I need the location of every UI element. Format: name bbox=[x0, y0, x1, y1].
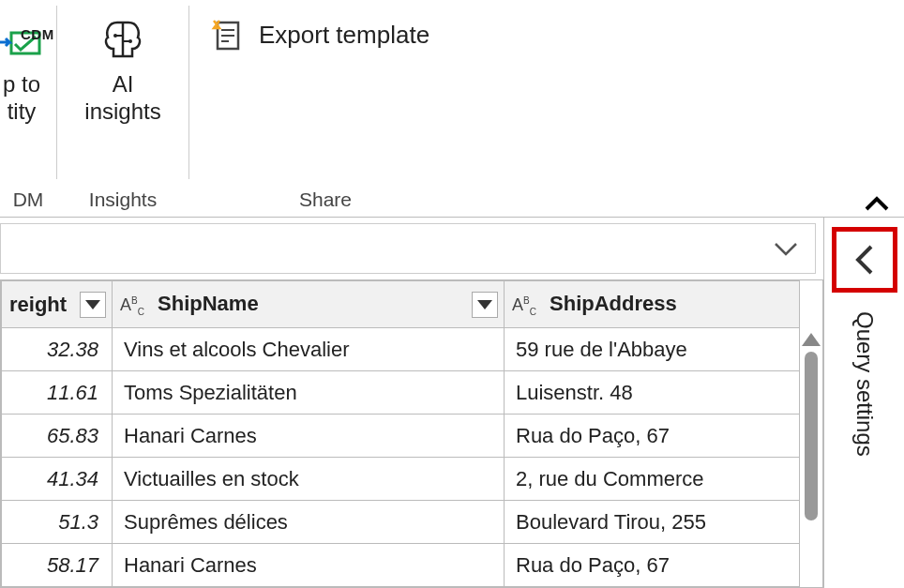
cell-shipaddress[interactable]: Rua do Paço, 67 bbox=[505, 544, 800, 587]
caret-down-icon bbox=[85, 300, 100, 309]
column-filter-button[interactable] bbox=[472, 292, 498, 318]
column-header-freight[interactable]: reight bbox=[2, 281, 113, 328]
table-row[interactable]: 11.61 Toms Spezialitäten Luisenstr. 48 bbox=[2, 371, 800, 415]
cell-shipaddress[interactable]: Rua do Paço, 67 bbox=[505, 415, 800, 458]
svg-marker-11 bbox=[477, 300, 492, 309]
ai-insights-label-2: insights bbox=[84, 98, 160, 126]
column-header-shipname[interactable]: ABC ShipName bbox=[113, 281, 505, 328]
map-to-entity-label-2: tity bbox=[8, 98, 37, 126]
cell-shipname[interactable]: Hanari Carnes bbox=[113, 415, 505, 458]
column-header-shipaddress[interactable]: ABC ShipAddress bbox=[505, 281, 800, 328]
cell-freight[interactable]: 41.34 bbox=[2, 458, 113, 501]
text-type-icon: ABC bbox=[512, 295, 536, 314]
ribbon: CDM p to tity DM bbox=[0, 0, 904, 218]
svg-point-4 bbox=[113, 34, 117, 38]
collapse-ribbon-button[interactable] bbox=[863, 194, 891, 213]
cell-shipname[interactable]: Vins et alcools Chevalier bbox=[113, 328, 505, 371]
cell-shipname[interactable]: Toms Spezialitäten bbox=[113, 371, 505, 415]
table-header-row: reight ABC ShipName ABC ShipAddress bbox=[2, 281, 800, 328]
ribbon-group-cdm: CDM p to tity DM bbox=[0, 0, 56, 217]
brain-icon bbox=[97, 13, 149, 66]
cell-shipname[interactable]: Hanari Carnes bbox=[113, 544, 505, 587]
cell-freight[interactable]: 51.3 bbox=[2, 501, 113, 544]
table-row[interactable]: 51.3 Suprêmes délices Boulevard Tirou, 2… bbox=[2, 501, 800, 544]
formula-expand-button[interactable] bbox=[772, 239, 800, 258]
table-body: 32.38 Vins et alcools Chevalier 59 rue d… bbox=[2, 328, 800, 587]
ribbon-group-label-cdm: DM bbox=[0, 188, 56, 211]
ai-insights-button[interactable]: AI insights bbox=[79, 9, 166, 129]
caret-down-icon bbox=[477, 300, 492, 309]
formula-bar[interactable] bbox=[0, 223, 816, 274]
expand-query-settings-button[interactable] bbox=[832, 227, 897, 293]
cell-freight[interactable]: 11.61 bbox=[2, 371, 113, 415]
cell-shipaddress[interactable]: Luisenstr. 48 bbox=[505, 371, 800, 415]
text-type-icon: ABC bbox=[120, 295, 144, 314]
table-row[interactable]: 65.83 Hanari Carnes Rua do Paço, 67 bbox=[2, 415, 800, 458]
table-row[interactable]: 41.34 Victuailles en stock 2, rue du Com… bbox=[2, 458, 800, 501]
ribbon-group-label-share: Share bbox=[189, 188, 461, 211]
table-row[interactable]: 58.17 Hanari Carnes Rua do Paço, 67 bbox=[2, 544, 800, 587]
data-table: reight ABC ShipName ABC ShipAddress bbox=[1, 280, 800, 587]
cell-shipaddress[interactable]: Boulevard Tirou, 255 bbox=[505, 501, 800, 544]
scroll-up-arrow-icon[interactable] bbox=[802, 333, 821, 346]
cell-freight[interactable]: 58.17 bbox=[2, 544, 113, 587]
ribbon-group-insights: AI insights Insights bbox=[57, 0, 188, 217]
cell-freight[interactable]: 32.38 bbox=[2, 328, 113, 371]
cell-shipname[interactable]: Victuailles en stock bbox=[113, 458, 505, 501]
map-to-entity-label-1: p to bbox=[3, 71, 40, 98]
export-template-label: Export template bbox=[259, 21, 429, 50]
cell-freight[interactable]: 65.83 bbox=[2, 415, 113, 458]
export-template-button[interactable]: Export template bbox=[203, 9, 429, 53]
chevron-up-icon bbox=[863, 194, 891, 213]
ribbon-group-share: Export template Share bbox=[189, 0, 461, 217]
column-filter-button[interactable] bbox=[80, 292, 106, 318]
data-table-wrap: reight ABC ShipName ABC ShipAddress bbox=[0, 279, 823, 588]
cell-shipaddress[interactable]: 59 rue de l'Abbaye bbox=[505, 328, 800, 371]
column-name: reight bbox=[9, 293, 67, 316]
export-template-icon bbox=[210, 17, 246, 53]
svg-marker-10 bbox=[85, 300, 100, 309]
scroll-thumb[interactable] bbox=[805, 352, 818, 520]
column-name: ShipName bbox=[158, 292, 259, 315]
query-settings-panel: Query settings bbox=[823, 218, 904, 588]
cell-shipname[interactable]: Suprêmes délices bbox=[113, 501, 505, 544]
query-settings-label[interactable]: Query settings bbox=[851, 311, 878, 457]
chevron-down-icon bbox=[772, 239, 800, 258]
vertical-scrollbar[interactable] bbox=[802, 333, 821, 587]
cdm-badge: CDM bbox=[21, 26, 54, 42]
ai-insights-label-1: AI bbox=[113, 71, 134, 98]
svg-point-5 bbox=[128, 39, 132, 43]
column-name: ShipAddress bbox=[550, 292, 677, 315]
chevron-left-icon bbox=[851, 243, 879, 277]
cell-shipaddress[interactable]: 2, rue du Commerce bbox=[505, 458, 800, 501]
table-row[interactable]: 32.38 Vins et alcools Chevalier 59 rue d… bbox=[2, 328, 800, 371]
ribbon-group-label-insights: Insights bbox=[57, 188, 188, 211]
